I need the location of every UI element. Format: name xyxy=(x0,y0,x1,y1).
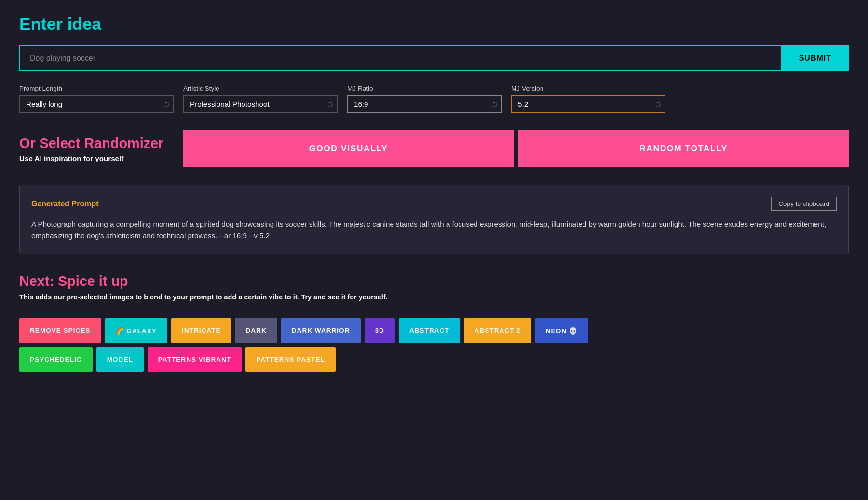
copy-to-clipboard-button[interactable]: Copy to clipboard xyxy=(771,197,837,211)
submit-button[interactable]: SUBMIT xyxy=(782,45,849,71)
spice-buttons-row-1: REMOVE SPICES 🌈 GALAXY INTRICATE DARK DA… xyxy=(19,318,849,343)
randomizer-title-block: Or Select Randomizer Use AI inspiration … xyxy=(19,135,174,162)
mj-ratio-group: MJ Ratio 16:9 1:1 4:3 9:16 3:2 xyxy=(347,85,502,113)
spice-section: Next: Spice it up This adds our pre-sele… xyxy=(19,273,849,372)
idea-input-row: SUBMIT xyxy=(19,45,849,71)
prompt-length-label: Prompt Length xyxy=(19,85,174,92)
page-title: Enter idea xyxy=(19,14,849,34)
randomizer-subtitle: Use AI inspiration for yourself xyxy=(19,154,174,162)
artistic-style-select[interactable]: Professional Photoshoot Oil Painting Dig… xyxy=(183,95,338,113)
spice-model-button[interactable]: MODEL xyxy=(96,347,144,372)
spice-dark-button[interactable]: DARK xyxy=(235,318,277,343)
spice-patterns-vibrant-button[interactable]: PATTERNS VIBRANT xyxy=(148,347,242,372)
prompt-length-select[interactable]: Really long Long Medium Short xyxy=(19,95,174,113)
randomizer-title-colored: Select Randomizer xyxy=(40,135,164,151)
generated-prompt-label: Generated Prompt xyxy=(31,200,99,208)
spice-galaxy-button[interactable]: 🌈 GALAXY xyxy=(105,318,167,343)
spice-psychedelic-button[interactable]: PSYCHEDELIC xyxy=(19,347,93,372)
random-totally-button[interactable]: RANDOM TOTALLY xyxy=(518,130,849,167)
spice-neon-button[interactable]: NEON 💀 xyxy=(535,318,588,343)
idea-input[interactable] xyxy=(19,45,782,71)
spice-abstract2-button[interactable]: ABSTRACT 2 xyxy=(464,318,531,343)
randomizer-title: Or Select Randomizer xyxy=(19,135,174,151)
artistic-style-group: Artistic Style Professional Photoshoot O… xyxy=(183,85,338,113)
artistic-style-label: Artistic Style xyxy=(183,85,338,92)
mj-ratio-select[interactable]: 16:9 1:1 4:3 9:16 3:2 xyxy=(347,95,502,113)
spice-subtitle: This adds our pre-selected images to ble… xyxy=(19,293,849,301)
randomizer-title-plain: Or xyxy=(19,135,40,151)
mj-version-label: MJ Version xyxy=(511,85,665,92)
options-row: Prompt Length Really long Long Medium Sh… xyxy=(19,85,849,113)
randomizer-buttons: GOOD VISUALLY RANDOM TOTALLY xyxy=(183,130,849,167)
spice-3d-button[interactable]: 3D xyxy=(365,318,395,343)
prompt-length-group: Prompt Length Really long Long Medium Sh… xyxy=(19,85,174,113)
spice-title: Next: Spice it up xyxy=(19,273,849,289)
mj-ratio-label: MJ Ratio xyxy=(347,85,502,92)
mj-version-select[interactable]: 5.2 4 5 5.1 6 xyxy=(511,95,665,113)
spice-patterns-pastel-button[interactable]: PATTERNS PASTEL xyxy=(245,347,336,372)
spice-remove-button[interactable]: REMOVE SPICES xyxy=(19,318,101,343)
spice-buttons-row-2: PSYCHEDELIC MODEL PATTERNS VIBRANT PATTE… xyxy=(19,347,849,372)
spice-intricate-button[interactable]: INTRICATE xyxy=(171,318,231,343)
spice-abstract-button[interactable]: ABSTRACT xyxy=(399,318,460,343)
mj-version-group: MJ Version 5.2 4 5 5.1 6 xyxy=(511,85,665,113)
generated-prompt-section: Generated Prompt Copy to clipboard A Pho… xyxy=(19,185,849,254)
spice-dark-warrior-button[interactable]: DARK WARRIOR xyxy=(281,318,361,343)
spice-title-plain: Next: xyxy=(19,273,58,289)
generated-prompt-text: A Photograph capturing a compelling mome… xyxy=(31,218,837,242)
randomizer-section: Or Select Randomizer Use AI inspiration … xyxy=(19,130,849,167)
good-visually-button[interactable]: GOOD VISUALLY xyxy=(183,130,514,167)
generated-prompt-header: Generated Prompt Copy to clipboard xyxy=(31,197,837,211)
spice-title-colored: Spice it up xyxy=(58,273,128,289)
